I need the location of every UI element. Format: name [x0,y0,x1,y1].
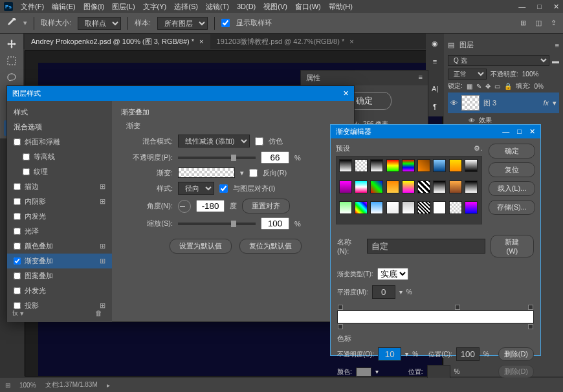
panel-menu-icon[interactable]: ≡ [419,73,423,83]
reset-default-button[interactable]: 复位为默认值 [239,239,302,254]
preset-7[interactable] [449,159,462,172]
gear-icon[interactable]: ⚙. [474,144,482,153]
show-ring-checkbox[interactable] [221,19,230,27]
style-item-1[interactable]: 等高线 [7,149,112,164]
opacity-slider[interactable] [178,157,256,159]
dropdown-icon[interactable]: ▾ [240,169,244,177]
menu-view[interactable]: 视图(V) [263,2,287,12]
color-panel-icon[interactable]: ≡ [429,56,441,67]
style-item-6[interactable]: 光泽 [7,224,112,239]
save-button[interactable]: 存储(S)... [489,200,535,215]
opacity-stop[interactable] [338,305,343,310]
preset-16[interactable] [449,180,462,193]
menu-help[interactable]: 帮助(H) [329,2,353,12]
style-item-8[interactable]: 渐变叠加⊞ [7,254,112,268]
lock-artboard-icon[interactable]: ▭ [494,83,500,90]
chevron-down-icon[interactable]: ▾ [23,19,27,27]
delete-button[interactable]: 删除(D) [498,347,534,361]
preset-6[interactable] [433,159,446,172]
style-checkbox[interactable] [14,243,21,250]
angle-input[interactable] [196,200,225,212]
style-checkbox[interactable] [14,138,21,146]
history-panel-icon[interactable]: ◉ [429,38,441,49]
close-tab-icon[interactable]: × [199,38,203,45]
preset-15[interactable] [433,180,446,193]
maximize-icon[interactable]: □ [537,3,542,11]
style-checkbox[interactable] [14,257,21,265]
preset-14[interactable] [417,180,430,193]
chevron-right-icon[interactable]: ▸ [107,382,110,389]
style-item-9[interactable]: 图案叠加 [7,268,112,283]
close-icon[interactable]: ✕ [529,127,535,136]
blend-mode-select[interactable]: 正常 [448,69,487,80]
preset-5[interactable] [417,159,430,172]
preset-3[interactable] [386,159,399,172]
zoom-value[interactable]: 100% [19,382,36,389]
preset-22[interactable] [402,201,415,214]
menu-3d[interactable]: 3D(D) [237,3,256,10]
blend-options-header[interactable]: 混合选项 [7,120,112,135]
style-checkbox[interactable] [14,302,21,309]
search-icon[interactable]: ⊞ [520,19,526,27]
preset-10[interactable] [355,180,368,193]
add-icon[interactable]: ⊞ [100,182,105,191]
eyedropper-tool-icon[interactable] [6,17,17,29]
fill-value[interactable]: 0% [535,83,544,90]
blend-mode-select[interactable]: 线性减淡 (添加) [178,135,250,147]
color-stop[interactable] [338,324,343,329]
close-icon[interactable]: ✕ [553,3,559,11]
menu-layer[interactable]: 图层(L) [112,2,135,12]
share-icon[interactable]: ⇪ [551,19,557,27]
opacity-value[interactable]: 100% [522,71,539,78]
preset-20[interactable] [370,201,383,214]
stop-opacity-input[interactable] [378,347,401,361]
styles-header[interactable]: 样式 [7,105,112,120]
preset-21[interactable] [386,201,399,214]
style-select[interactable]: 径向 [178,182,214,195]
fx-badge[interactable]: fx [543,99,549,107]
color-stop[interactable] [528,324,533,329]
preset-19[interactable] [355,201,368,214]
preset-0[interactable] [339,159,352,172]
set-default-button[interactable]: 设置为默认值 [170,239,232,254]
preset-18[interactable] [339,201,352,214]
expand-icon[interactable]: ⊞ [5,382,10,389]
menu-file[interactable]: 文件(F) [21,2,44,12]
stop-pos-input[interactable] [456,347,480,361]
opacity-stop-mid[interactable] [455,305,460,310]
dropdown-icon[interactable]: ▾ [375,368,379,375]
menu-window[interactable]: 窗口(W) [295,2,321,12]
gradient-bar[interactable] [337,310,534,323]
dropdown-icon[interactable]: ▾ [405,351,408,358]
type-select[interactable]: 实底 [377,268,408,280]
menu-type[interactable]: 文字(Y) [143,2,167,12]
opacity-input[interactable] [261,151,289,164]
style-item-2[interactable]: 纹理 [7,164,112,179]
menu-filter[interactable]: 滤镜(T) [206,2,229,12]
dialog-titlebar[interactable]: 渐变编辑器 — □ ✕ [331,125,540,138]
style-item-7[interactable]: 颜色叠加⊞ [7,239,112,254]
character-panel-icon[interactable]: A| [429,83,441,94]
marquee-tool[interactable] [4,53,19,69]
maximize-icon[interactable]: □ [517,127,522,136]
preset-24[interactable] [433,201,446,214]
expand-fx-icon[interactable]: ▾ [553,99,557,107]
style-item-3[interactable]: 描边⊞ [7,179,112,194]
tab-doc-2[interactable]: 191203微博教程.psd @ 42.7%(RGB/8) * × [210,34,360,49]
opacity-stop[interactable] [528,305,533,310]
trash-icon[interactable]: 🗑 [95,309,102,318]
style-item-4[interactable]: 内阴影⊞ [7,194,112,209]
ok-button[interactable]: 确定 [489,144,535,158]
preset-26[interactable] [465,201,478,214]
color-pos-input[interactable] [427,365,450,378]
sample-select[interactable]: 所有图层 [157,17,208,30]
arrange-icon[interactable]: ◫ [535,19,542,27]
add-icon[interactable]: ⊞ [100,257,105,265]
style-checkbox[interactable] [14,183,21,190]
preset-9[interactable] [339,180,352,193]
new-button[interactable]: 新建(W) [491,235,534,257]
layer-row[interactable]: 👁 图 3 fx ▾ [448,93,559,113]
reverse-checkbox[interactable] [249,169,258,177]
move-tool[interactable] [4,36,19,52]
preset-2[interactable] [370,159,383,172]
